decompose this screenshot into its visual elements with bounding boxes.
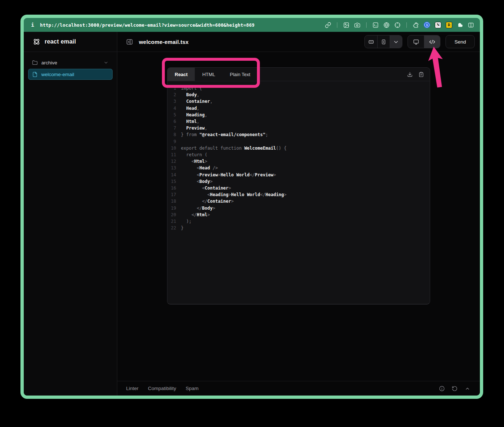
line-number: 6 xyxy=(167,118,176,125)
crosshair-icon[interactable] xyxy=(394,22,401,28)
split-view-icon[interactable] xyxy=(468,22,474,28)
sidebar-item-archive[interactable]: archive xyxy=(28,57,113,68)
notion-icon[interactable]: N xyxy=(435,22,441,28)
line-number: 11 xyxy=(167,151,176,158)
line-number: 4 xyxy=(167,105,176,112)
send-button-label: Send xyxy=(454,39,466,45)
header-actions: Send xyxy=(364,35,475,48)
line-content: <Body> xyxy=(181,178,213,185)
browser-url-bar[interactable]: i http://localhost:3000/preview/welcome-… xyxy=(24,18,480,32)
line-content: ); xyxy=(181,218,192,225)
line-content: export default function WelcomeEmail() { xyxy=(181,145,287,151)
bottom-bar: LinterCompatibilitySpam xyxy=(117,381,480,396)
line-content: } from "@react-email/components"; xyxy=(181,131,268,138)
code-line: 6 Html, xyxy=(167,118,430,125)
code-tabs-list: ReactHTMLPlain Text xyxy=(167,68,258,81)
code-line: 22} xyxy=(167,225,430,231)
line-number: 3 xyxy=(167,98,176,105)
tab-plain-text[interactable]: Plain Text xyxy=(223,68,258,81)
chevron-down-icon[interactable] xyxy=(103,60,109,65)
code-line: 1import { xyxy=(167,85,430,91)
line-number: 18 xyxy=(167,198,176,205)
code-line: 3 Container, xyxy=(167,98,430,105)
app-logo[interactable]: react email xyxy=(24,32,117,52)
bottom-bar-tabs: LinterCompatibilitySpam xyxy=(126,386,198,391)
camera-icon[interactable] xyxy=(354,22,360,28)
line-content: <Preview>Hello World</Preview> xyxy=(181,172,276,178)
sidebar: react email archivewelcome-email xyxy=(24,32,117,396)
main-header: welcome-email.tsx xyxy=(117,32,480,52)
code-line: 2 Body, xyxy=(167,91,430,98)
monitor-icon xyxy=(413,39,419,45)
main-panel: welcome-email.tsx xyxy=(117,32,480,396)
view-mode-toggle xyxy=(408,35,440,48)
globe-icon[interactable] xyxy=(383,22,390,28)
info-circle-icon xyxy=(439,386,445,392)
sidebar-toggle-button[interactable] xyxy=(126,38,133,45)
code-line: 16 <Container> xyxy=(167,185,430,191)
rotate-ccw-icon xyxy=(452,386,458,392)
code-tabs: ReactHTMLPlain Text xyxy=(167,68,430,81)
code-line: 7 Preview, xyxy=(167,125,430,131)
code-line: 9 xyxy=(167,138,430,145)
onepassword-icon[interactable]: 1 xyxy=(424,22,430,28)
code-icon xyxy=(429,39,435,45)
r-badge-icon[interactable]: R xyxy=(446,22,452,28)
bottom-tab-spam[interactable]: Spam xyxy=(186,386,198,391)
viewport-dropdown-button[interactable] xyxy=(390,35,402,48)
app-root: react email archivewelcome-email welcome… xyxy=(24,32,480,396)
download-button[interactable] xyxy=(407,72,413,77)
line-number: 8 xyxy=(167,131,176,138)
code-line: 10export default function WelcomeEmail()… xyxy=(167,145,430,151)
preview-view-button[interactable] xyxy=(408,35,424,48)
line-number: 15 xyxy=(167,178,176,185)
link-icon[interactable] xyxy=(325,22,331,28)
viewport-height-icon xyxy=(380,39,387,45)
line-number: 9 xyxy=(167,138,176,145)
react-email-logo-icon xyxy=(33,38,41,46)
viewport-size-controls xyxy=(364,35,402,48)
browser-toolbar-icons: 1NR xyxy=(325,22,474,28)
line-content: </Container> xyxy=(181,198,234,205)
tab-html[interactable]: HTML xyxy=(195,68,222,81)
send-button[interactable]: Send xyxy=(446,35,475,48)
line-content: </Body> xyxy=(181,205,215,211)
app-logo-label: react email xyxy=(45,38,76,45)
code-line: 17 <Heading>Hello World</Heading> xyxy=(167,191,430,198)
bottom-tab-compatibility[interactable]: Compatibility xyxy=(148,386,176,391)
panel-left-icon xyxy=(126,38,133,45)
line-content: Preview, xyxy=(181,125,207,131)
line-number: 17 xyxy=(167,191,176,198)
refresh-button[interactable] xyxy=(452,386,458,392)
viewport-width-icon xyxy=(368,39,374,45)
image-icon[interactable] xyxy=(343,22,349,28)
line-content: Body, xyxy=(181,91,200,98)
collapse-button[interactable] xyxy=(465,386,470,392)
code-editor[interactable]: 1import {2 Body,3 Container,4 Head,5 Hea… xyxy=(167,81,430,304)
terminal-icon[interactable] xyxy=(372,22,379,28)
viewport-width-button[interactable] xyxy=(365,35,377,48)
line-number: 7 xyxy=(167,125,176,131)
code-line: 19 </Body> xyxy=(167,205,430,211)
bottom-tab-linter[interactable]: Linter xyxy=(126,386,139,391)
line-content: return ( xyxy=(181,151,207,158)
copy-button[interactable] xyxy=(418,72,424,77)
puzzle-icon[interactable] xyxy=(413,22,419,28)
source-view-button[interactable] xyxy=(424,35,440,48)
toolbar-separator xyxy=(366,22,367,28)
cloud-icon[interactable] xyxy=(457,22,463,28)
tab-react[interactable]: React xyxy=(167,68,195,81)
line-content: <Head /> xyxy=(181,165,218,171)
code-actions xyxy=(407,68,430,81)
line-content: Html, xyxy=(181,118,200,125)
line-number: 10 xyxy=(167,145,176,151)
line-number: 1 xyxy=(167,85,176,91)
file-icon xyxy=(32,72,38,77)
info-button[interactable] xyxy=(439,386,445,392)
sidebar-item-welcome-email[interactable]: welcome-email xyxy=(28,69,113,80)
clipboard-icon xyxy=(418,72,424,77)
code-line: 20 </Html> xyxy=(167,211,430,218)
code-line: 12 <Html> xyxy=(167,158,430,165)
viewport-height-button[interactable] xyxy=(377,35,390,48)
url-text[interactable]: http://localhost:3000/preview/welcome-em… xyxy=(40,22,254,28)
